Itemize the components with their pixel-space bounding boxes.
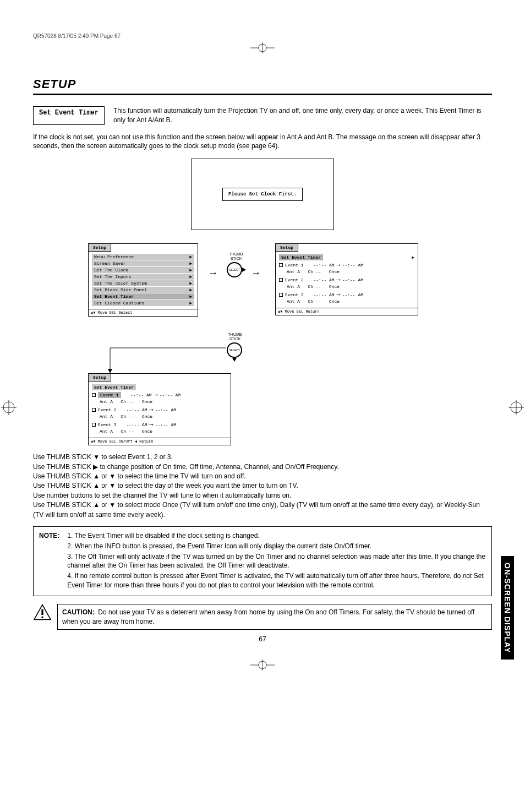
- note-item: 2. When the INFO button is pressed, the …: [67, 542, 486, 551]
- side-tab-on-screen-display: ON-SCREEN DISPLAY: [501, 556, 514, 660]
- fold-mark-bottom: [33, 660, 492, 672]
- edge-mark-right: [508, 396, 524, 418]
- setup-tab: Setup: [89, 374, 111, 382]
- instruction-line: Use number buttons to set the channel th…: [33, 491, 492, 500]
- menu-item: Set The Clock▶: [92, 267, 194, 273]
- page-number: 67: [33, 635, 492, 643]
- menu-item: Set Closed Captions▶: [92, 300, 194, 306]
- flow-arrow-right-2: →: [251, 268, 261, 279]
- menu-item: Set Black Side Panel▶: [92, 287, 194, 293]
- caution-label: CAUTION:: [62, 608, 95, 616]
- flow-arrow-right-1: →: [208, 268, 218, 279]
- setup-menu-panel: Setup Menu Preference▶ Screen Saver▶ Set…: [88, 243, 198, 317]
- set-event-timer-label: Set Event Timer: [33, 106, 105, 125]
- note-item: 1. The Event Timer will be disabled if t…: [67, 531, 486, 541]
- svg-rect-6: [41, 609, 43, 615]
- event-footer: ▲▼ Move SEL Return: [276, 308, 418, 315]
- note-item: 3. The Off Timer will only activate if t…: [67, 552, 486, 571]
- caution-text: Do not use your TV as a deterrent when a…: [62, 608, 474, 625]
- note-label: NOTE:: [39, 531, 59, 591]
- edge-mark-left: [1, 396, 17, 418]
- svg-marker-4: [108, 369, 112, 373]
- thumb-stick-right-icon: SELECT: [227, 262, 242, 277]
- print-header: QR57028 8/17/05 2:49 PM Page 67: [33, 33, 492, 39]
- event-footer: ▲▼ Move SEL On/Off ◀ Return: [89, 438, 231, 445]
- menu-item: Menu Preference▶: [92, 254, 194, 260]
- event-timer-panel-bottom: Setup Set Event Timer Event 1 --:-- AM ⟶…: [88, 373, 231, 445]
- menu-item: Set The Color System▶: [92, 280, 194, 286]
- note-box: NOTE: 1. The Event Timer will be disable…: [33, 526, 492, 596]
- svg-point-7: [41, 616, 43, 618]
- caution-icon: [33, 604, 52, 622]
- fold-mark-top: [33, 42, 492, 55]
- menu-flow-diagram: Setup Menu Preference▶ Screen Saver▶ Set…: [33, 243, 492, 447]
- menu-item: Set The Inputs▶: [92, 274, 194, 280]
- setup-tab: Setup: [89, 244, 111, 252]
- instructions-block: Use THUMB STICK ▼ to select Event 1, 2 o…: [33, 453, 492, 520]
- thumb-stick-label: THUMBSTICK: [227, 252, 245, 260]
- menu-item: Screen Saver▶: [92, 260, 194, 266]
- clock-first-message: Please Set Clock First.: [222, 188, 303, 201]
- instruction-line: Use THUMB STICK ▼ to select Event 1, 2 o…: [33, 453, 492, 462]
- event-timer-panel-top: Setup Set Event Timer▶ Event 1 --:-- AM …: [275, 243, 418, 315]
- section-title: SETUP: [33, 77, 492, 91]
- flow-connector: [99, 337, 231, 375]
- instruction-line: Use THUMB STICK ▶ to change position of …: [33, 462, 492, 472]
- clock-first-screen: Please Set Clock First.: [191, 159, 334, 230]
- intro-text: This function will automatically turn th…: [113, 106, 492, 125]
- title-rules: [33, 94, 492, 95]
- clock-warning-text: If the clock is not set, you can not use…: [33, 133, 492, 151]
- instruction-line: Use THUMB STICK ▲ or ▼ to select mode On…: [33, 500, 492, 520]
- instruction-line: Use THUMB STICK ▲ or ▼ to select the tim…: [33, 472, 492, 481]
- caution-box: CAUTION: Do not use your TV as a deterre…: [57, 604, 492, 630]
- menu-footer: ▲▼ Move SEL Select: [89, 309, 198, 316]
- setup-tab: Setup: [276, 244, 298, 252]
- menu-item-selected: Set Event Timer▶: [92, 293, 194, 299]
- note-item: 4. If no remote control button is presse…: [67, 571, 486, 590]
- instruction-line: Use THUMB STICK ▲ or ▼ to select the day…: [33, 481, 492, 491]
